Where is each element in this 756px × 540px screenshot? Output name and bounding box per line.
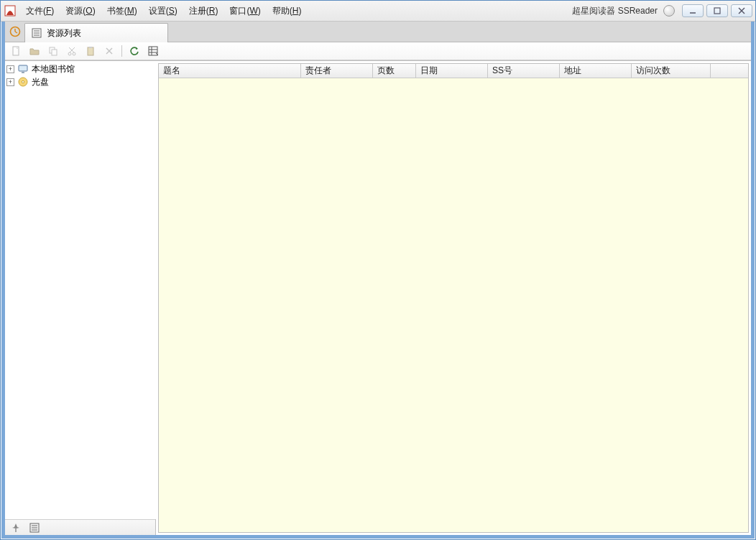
delete-button[interactable] xyxy=(101,44,117,58)
paste-button[interactable] xyxy=(83,44,98,58)
tree-label: 本地图书馆 xyxy=(32,63,75,75)
menu-items: 文件(F) 资源(O) 书签(M) 设置(S) 注册(R) 窗口(W) 帮助(H… xyxy=(21,3,306,19)
expand-icon[interactable]: + xyxy=(6,65,14,73)
menu-file[interactable]: 文件(F) xyxy=(21,3,59,19)
tab-resource-list[interactable]: 资源列表 xyxy=(24,23,168,42)
list-header: 题名 责任者 页数 日期 SS号 地址 访问次数 xyxy=(159,64,748,78)
menu-settings[interactable]: 设置(S) xyxy=(144,3,183,19)
svg-line-18 xyxy=(69,47,74,52)
copy-button[interactable] xyxy=(45,44,61,58)
app-logo-icon xyxy=(4,4,17,17)
svg-rect-19 xyxy=(88,47,93,55)
inner-area: 资源列表 + xyxy=(5,22,751,535)
menu-register[interactable]: 注册(R) xyxy=(184,3,223,19)
svg-rect-23 xyxy=(149,47,157,55)
tree-label: 光盘 xyxy=(32,76,49,88)
svg-rect-14 xyxy=(52,50,57,55)
tab-label: 资源列表 xyxy=(47,27,81,39)
svg-rect-2 xyxy=(714,8,720,14)
col-date[interactable]: 日期 xyxy=(416,64,488,78)
col-pages[interactable]: 页数 xyxy=(373,64,416,78)
history-button[interactable] xyxy=(6,22,24,41)
svg-line-17 xyxy=(70,47,75,52)
list-view: 题名 责任者 页数 日期 SS号 地址 访问次数 xyxy=(158,63,749,533)
cut-button[interactable] xyxy=(64,44,80,58)
svg-point-16 xyxy=(73,52,75,55)
refresh-button[interactable] xyxy=(126,44,142,58)
close-button[interactable] xyxy=(731,4,752,17)
toolbar-separator xyxy=(121,45,122,57)
svg-line-7 xyxy=(15,32,17,33)
col-address[interactable]: 地址 xyxy=(560,64,632,78)
col-title[interactable]: 题名 xyxy=(159,64,301,78)
svg-point-30 xyxy=(22,80,24,83)
cd-icon xyxy=(17,76,29,88)
window-title: 超星阅读器 SSReader xyxy=(572,5,658,17)
tree-view: + 本地图书馆 + 光盘 xyxy=(5,61,156,519)
tree-item-local-library[interactable]: + 本地图书馆 xyxy=(5,62,156,75)
col-author[interactable]: 责任者 xyxy=(301,64,373,78)
monitor-icon xyxy=(17,63,29,75)
menu-window[interactable]: 窗口(W) xyxy=(224,3,265,19)
maximize-button[interactable] xyxy=(706,4,728,17)
menubar: 文件(F) 资源(O) 书签(M) 设置(S) 注册(R) 窗口(W) 帮助(H… xyxy=(1,1,755,22)
col-ssnum[interactable]: SS号 xyxy=(488,64,560,78)
folder-open-button[interactable] xyxy=(27,44,42,58)
window-controls xyxy=(682,4,752,17)
window-frame: 文件(F) 资源(O) 书签(M) 设置(S) 注册(R) 窗口(W) 帮助(H… xyxy=(0,0,756,540)
toolbar xyxy=(5,42,751,60)
menu-help[interactable]: 帮助(H) xyxy=(267,3,307,19)
new-file-button[interactable] xyxy=(8,44,24,58)
sidebar-container: + 本地图书馆 + 光盘 xyxy=(5,61,156,535)
list-body[interactable] xyxy=(159,78,748,532)
menu-bookmark[interactable]: 书签(M) xyxy=(102,3,142,19)
view-mode-button[interactable] xyxy=(145,44,161,58)
tree-item-cd[interactable]: + 光盘 xyxy=(5,75,156,88)
expand-icon[interactable]: + xyxy=(6,78,14,86)
content-area: + 本地图书馆 + 光盘 xyxy=(5,60,751,535)
pin-button[interactable] xyxy=(8,521,24,535)
list-icon xyxy=(31,27,42,39)
status-indicator-icon xyxy=(663,5,675,17)
menu-resource[interactable]: 资源(O) xyxy=(60,3,100,19)
sidebar-bottom-toolbar xyxy=(5,519,155,535)
svg-rect-20 xyxy=(89,47,92,48)
col-spacer[interactable] xyxy=(711,64,748,78)
col-visits[interactable]: 访问次数 xyxy=(632,64,711,78)
svg-rect-28 xyxy=(22,72,24,73)
properties-button[interactable] xyxy=(27,521,42,535)
tab-strip: 资源列表 xyxy=(5,22,751,42)
svg-point-15 xyxy=(68,52,71,55)
svg-rect-27 xyxy=(19,65,27,71)
minimize-button[interactable] xyxy=(682,4,704,17)
